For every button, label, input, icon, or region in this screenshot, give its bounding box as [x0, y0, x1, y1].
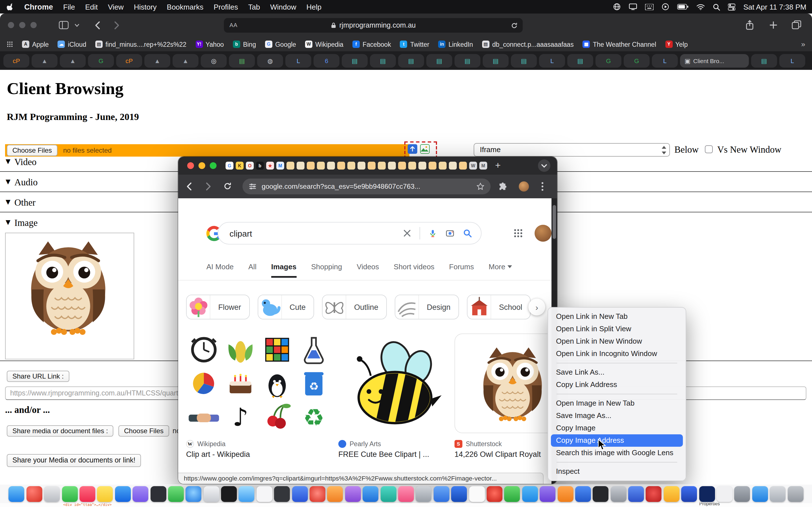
dock-app-icon[interactable]	[44, 486, 60, 502]
google-account-avatar[interactable]	[535, 225, 552, 242]
dock-app-icon[interactable]	[274, 486, 290, 502]
dock-app-icon[interactable]	[80, 486, 95, 502]
dock-app-icon[interactable]	[504, 486, 520, 502]
share-url-link-button[interactable]: Share URL Link :	[7, 371, 69, 382]
reader-options-icon[interactable]: AA	[230, 22, 238, 28]
context-menu-item[interactable]: Open Link in New Tab	[551, 311, 683, 323]
bookmarks-grid-icon[interactable]	[7, 41, 13, 47]
browser-tab[interactable]: ▤	[483, 54, 509, 68]
dock-app-icon[interactable]	[221, 486, 237, 502]
browser-tab[interactable]: ◎	[201, 54, 227, 68]
result-title[interactable]: 14,226 Owl Clipart Royalt	[455, 450, 541, 459]
sidebar-toggle-icon[interactable]	[59, 21, 69, 29]
tab-favicon[interactable]	[357, 162, 365, 170]
tab-favicon[interactable]: W	[469, 162, 477, 170]
tab-favicon[interactable]	[327, 162, 335, 170]
dock-app-icon[interactable]	[540, 486, 555, 502]
section-other[interactable]: ▼ Other	[6, 196, 36, 210]
tab-favicon[interactable]	[287, 162, 294, 170]
section-audio[interactable]: ▼ Audio	[6, 176, 38, 189]
tab-ai-mode[interactable]: AI Mode	[206, 263, 234, 276]
tab-favicon[interactable]	[459, 162, 467, 170]
browser-tab[interactable]: ◍	[257, 54, 283, 68]
google-search-box[interactable]: clipart	[218, 222, 481, 244]
tab-favicon[interactable]: G	[225, 162, 234, 170]
omnibox[interactable]: google.com/search?sca_esv=5e9bb948607cc7…	[243, 179, 491, 194]
browser-tab[interactable]: ▤	[342, 54, 368, 68]
apple-menu-icon[interactable]	[7, 3, 14, 11]
back-button[interactable]	[186, 182, 192, 191]
browser-tab[interactable]: L	[285, 54, 311, 68]
result-title[interactable]: Clip art - Wikipedia	[186, 450, 250, 459]
menu-window[interactable]: Window	[270, 3, 296, 11]
dock-app-icon[interactable]	[628, 486, 644, 502]
dock-app-icon[interactable]	[646, 486, 662, 502]
browser-tab[interactable]: G	[624, 54, 650, 68]
dock-app-icon[interactable]	[327, 486, 343, 502]
browser-tab[interactable]: cP	[116, 54, 142, 68]
site-settings-icon[interactable]	[249, 182, 257, 190]
menu-bar-clock[interactable]: Sat Apr 11 7:38 PM	[743, 3, 806, 11]
profile-avatar[interactable]	[519, 181, 529, 191]
browser-tab[interactable]: ▤	[511, 54, 537, 68]
dock-app-icon[interactable]	[487, 486, 502, 502]
dock-app-icon[interactable]	[380, 486, 396, 502]
browser-tab[interactable]: G	[596, 54, 621, 68]
bookmark-item[interactable]: Y Yelp	[665, 41, 688, 48]
browser-tab[interactable]: ▤	[398, 54, 424, 68]
tab-overview-icon[interactable]	[792, 20, 801, 29]
menu-file[interactable]: File	[63, 3, 75, 11]
tab-favicon[interactable]: O	[246, 162, 254, 170]
bookmark-item[interactable]: G Google	[265, 41, 296, 48]
google-apps-grid-icon[interactable]	[514, 229, 523, 238]
tab-favicon[interactable]: M	[479, 162, 487, 170]
address-bar[interactable]: AA rjmprogramming.com.au	[224, 18, 523, 33]
dock-app-icon[interactable]	[168, 486, 184, 502]
tab-favicon[interactable]	[439, 162, 447, 170]
tab-favicon[interactable]: b	[256, 162, 264, 170]
section-image[interactable]: ▼ Image	[6, 216, 38, 230]
context-menu-item[interactable]: Inspect	[551, 465, 683, 478]
context-menu-item[interactable]: Open Image in New Tab	[551, 397, 683, 409]
menu-edit[interactable]: Edit	[85, 3, 98, 11]
chips-scroll-next-button[interactable]: ›	[528, 298, 545, 316]
result-source[interactable]: S Shutterstock	[455, 440, 502, 448]
dock-app-icon[interactable]	[203, 486, 219, 502]
menu-tab[interactable]: Tab	[248, 3, 260, 11]
dock-app-icon[interactable]	[575, 486, 591, 502]
chip-outline[interactable]: Outline	[322, 295, 387, 320]
browser-tab[interactable]: ▲	[172, 54, 199, 68]
battery-icon[interactable]	[677, 4, 689, 10]
context-menu-item[interactable]: Open Link in New Window	[551, 335, 683, 348]
browser-tab[interactable]: G	[88, 54, 114, 68]
google-lens-icon[interactable]	[446, 229, 455, 237]
bookmark-star-icon[interactable]	[476, 182, 485, 190]
dock-app-icon[interactable]	[133, 486, 148, 502]
tab-more[interactable]: More	[489, 263, 512, 276]
search-query-text[interactable]: clipart	[230, 228, 403, 238]
dock-app-icon[interactable]	[62, 486, 78, 502]
dock-app-icon[interactable]	[451, 486, 467, 502]
chip-cute[interactable]: Cute	[257, 295, 314, 320]
browser-tab[interactable]: ▲	[144, 54, 170, 68]
browser-tab[interactable]: L	[539, 54, 565, 68]
tab-favicon[interactable]	[388, 162, 396, 170]
browser-tab[interactable]: L	[652, 54, 678, 68]
tab-favicon[interactable]	[449, 162, 457, 170]
choose-files-button-2[interactable]: Choose Files	[118, 425, 169, 437]
dock-app-icon[interactable]	[717, 486, 732, 502]
bookmark-item[interactable]: f Facebook	[352, 41, 391, 48]
dock-app-icon[interactable]	[522, 486, 538, 502]
bookmark-item[interactable]: t Twitter	[400, 41, 429, 48]
bookmark-item[interactable]: ▦ The Weather Channel	[583, 41, 656, 48]
tab-all[interactable]: All	[248, 263, 257, 276]
bookmark-item[interactable]: ☁ iCloud	[58, 41, 86, 48]
bookmark-item[interactable]: ▤ db_connect.p...aaasaaafaas	[482, 41, 574, 48]
menu-view[interactable]: View	[108, 3, 124, 11]
window-close-button[interactable]	[8, 22, 14, 28]
chip-design[interactable]: Design	[395, 295, 459, 320]
tab-favicon[interactable]	[307, 162, 315, 170]
result-wikipedia-collage[interactable]: ♻ ♪ ♻	[186, 334, 332, 433]
new-tab-button[interactable]	[769, 21, 777, 29]
dock-app-icon[interactable]	[363, 486, 378, 502]
